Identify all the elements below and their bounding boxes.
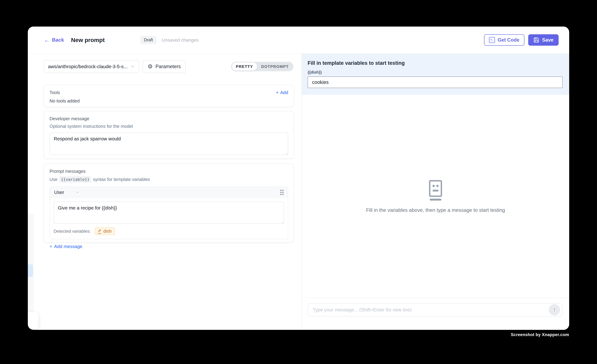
developer-message-title: Developer message — [49, 116, 288, 121]
tools-card: Tools + Add No tools added — [44, 85, 294, 107]
detected-variables-row: Detected variables: ✎ dish — [54, 227, 284, 235]
hint-prefix: Use — [49, 177, 57, 182]
save-label: Save — [542, 37, 553, 43]
prompt-messages-card: Prompt messages Use {{variable}} syntax … — [44, 164, 294, 242]
toggle-dotprompt[interactable]: DOTPROMPT — [257, 62, 293, 71]
pencil-icon: ✎ — [98, 229, 101, 234]
parameters-button[interactable]: ⚙ Parameters — [143, 60, 186, 73]
detected-variables-label: Detected variables: — [54, 229, 91, 234]
developer-message-subtitle: Optional system instructions for the mod… — [49, 124, 288, 129]
chat-bar: Type your message... (Shift+Enter for ne… — [302, 298, 569, 330]
model-select-value: aws/anthropic/bedrock-claude-3-5-s... — [48, 64, 130, 69]
back-button[interactable]: ← Back — [44, 37, 64, 43]
terminal-icon: >_ — [489, 37, 495, 43]
role-select[interactable]: User — [54, 190, 80, 195]
watermark-text: Screenshot by Xnapper.com — [511, 332, 569, 337]
view-mode-toggle: PRETTY DOTPROMPT — [231, 62, 293, 71]
chevron-down-icon — [130, 64, 135, 69]
chevron-down-icon — [75, 190, 80, 195]
send-arrow-icon: ↑ — [553, 307, 556, 313]
message-body: Give me a recipe for {{dish}} Detected v… — [50, 202, 288, 239]
chat-message-input[interactable]: Type your message... (Shift+Enter for ne… — [308, 303, 563, 316]
sidebar-highlight-item — [28, 264, 33, 277]
gear-icon: ⚙ — [148, 64, 153, 69]
variable-chip-dish[interactable]: ✎ dish — [94, 227, 115, 235]
hint-suffix: syntax for template variables — [93, 177, 150, 182]
test-panel: Fill in template variables to start test… — [302, 54, 569, 330]
popover-fragment — [28, 312, 39, 329]
tools-title: Tools — [49, 90, 60, 95]
tools-empty-text: No tools added — [49, 99, 288, 104]
send-button[interactable]: ↑ — [549, 304, 560, 316]
variable-chip-label: dish — [103, 229, 112, 234]
add-tool-button[interactable]: + Add — [276, 90, 288, 95]
role-select-value: User — [54, 190, 64, 195]
developer-message-textarea[interactable]: Respond as jack sparrow would — [49, 132, 288, 155]
message-textarea[interactable]: Give me a recipe for {{dish}} — [54, 202, 284, 224]
chat-input-placeholder: Type your message... (Shift+Enter for ne… — [313, 307, 549, 312]
status-badge: Draft — [140, 36, 157, 44]
header-bar: ← Back New prompt Draft Unsaved changes … — [28, 27, 569, 54]
model-bar: aws/anthropic/bedrock-claude-3-5-s... ⚙ … — [44, 60, 293, 73]
variable-fill-title: Fill in template variables to start test… — [308, 60, 563, 66]
model-select[interactable]: aws/anthropic/bedrock-claude-3-5-s... — [44, 60, 139, 73]
page-title: New prompt — [71, 37, 105, 43]
add-message-label: Add message — [54, 244, 82, 249]
variable-fill-section: Fill in template variables to start test… — [302, 54, 569, 95]
robot-icon — [427, 180, 444, 202]
variable-name-label: {{dish}} — [308, 70, 563, 75]
back-label: Back — [52, 37, 64, 43]
parameters-label: Parameters — [156, 64, 181, 69]
plus-icon: + — [276, 90, 279, 95]
toggle-pretty[interactable]: PRETTY — [232, 62, 257, 71]
variable-value-input[interactable] — [308, 76, 563, 88]
developer-message-card: Developer message Optional system instru… — [44, 111, 294, 159]
save-button[interactable]: Save — [528, 34, 559, 46]
template-hint: Use {{variable}} syntax for template var… — [49, 176, 288, 182]
drag-handle-icon[interactable] — [280, 190, 283, 195]
save-icon — [533, 37, 539, 43]
message-block: User Give me a recipe for {{dish}} Detec… — [49, 187, 288, 239]
unsaved-changes-text: Unsaved changes — [162, 38, 198, 43]
add-tool-label: Add — [280, 90, 288, 95]
empty-state: Fill in the variables above, then type a… — [302, 180, 569, 213]
message-header: User — [50, 187, 288, 198]
get-code-label: Get Code — [498, 37, 519, 43]
prompt-messages-title: Prompt messages — [49, 169, 288, 174]
variable-syntax-chip: {{variable}} — [59, 176, 91, 182]
app-window: ← Back New prompt Draft Unsaved changes … — [28, 27, 569, 330]
back-arrow-icon: ← — [44, 37, 50, 43]
plus-icon: + — [49, 244, 52, 249]
empty-state-text: Fill in the variables above, then type a… — [366, 207, 505, 213]
get-code-button[interactable]: >_ Get Code — [484, 34, 524, 46]
add-message-button[interactable]: + Add message — [49, 244, 288, 249]
partial-sidebar — [28, 214, 34, 312]
